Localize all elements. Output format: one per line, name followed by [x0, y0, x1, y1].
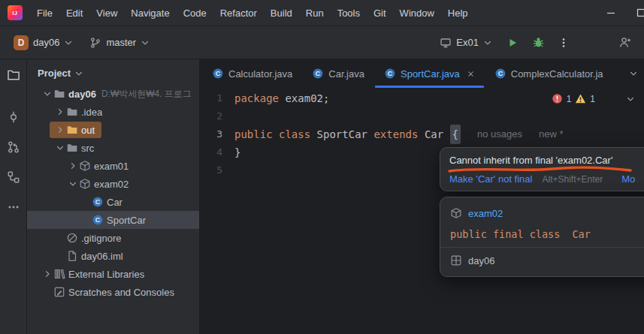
tree-item-content: Scratches and Consoles: [41, 284, 174, 300]
gutter-line-number[interactable]: 2: [200, 107, 234, 125]
tab-car-java[interactable]: CCar.java: [302, 59, 374, 88]
project-panel-header[interactable]: Project: [27, 59, 199, 85]
chevron-down-icon[interactable]: [626, 95, 635, 104]
tree-item-label: .idea: [81, 107, 102, 118]
tree-item-content: .gitignore: [53, 230, 121, 246]
tree-item-idea[interactable]: .idea: [27, 103, 199, 121]
tree-item-label: out: [81, 125, 95, 136]
declaration-keywords: public final class: [450, 228, 566, 240]
tree-item-car[interactable]: CCar: [27, 193, 199, 211]
svg-text:C: C: [388, 70, 393, 77]
declaration-package-row[interactable]: exam02: [440, 203, 644, 224]
tab-label: ComplexCalculator.ja: [511, 68, 603, 80]
menu-refactor[interactable]: Refactor: [213, 5, 264, 22]
minimize-button[interactable]: [605, 7, 617, 19]
menu-navigate[interactable]: Navigate: [124, 5, 176, 22]
pull-requests-icon[interactable]: [5, 139, 22, 155]
tree-item-path-hint: D:₩박세현₩4. 프로그: [101, 88, 192, 101]
menu-code[interactable]: Code: [177, 5, 213, 22]
chevron-down-icon[interactable]: [41, 89, 53, 98]
tree-item-content: day06.iml: [53, 248, 123, 264]
tree-item-src[interactable]: src: [27, 139, 199, 157]
tree-item-label: Scratches and Consoles: [68, 287, 174, 298]
tab-complexcalculator-ja[interactable]: CComplexCalculator.ja: [485, 59, 613, 88]
tree-item-gitignore[interactable]: .gitignore: [27, 229, 199, 247]
more-icon[interactable]: [5, 199, 22, 215]
tree-item-day06-iml[interactable]: day06.iml: [27, 247, 199, 265]
run-button[interactable]: [503, 33, 522, 53]
chevron-right-icon[interactable]: [53, 107, 66, 116]
chevron-down-icon[interactable]: [66, 179, 79, 188]
declaration-module-row[interactable]: day06: [440, 250, 644, 271]
tree-item-label: day06.iml: [81, 251, 123, 262]
divider: [440, 247, 644, 248]
tree-item-out[interactable]: out: [27, 121, 199, 139]
tree-item-content: .idea: [53, 104, 102, 120]
tree-item-content: src: [53, 140, 94, 156]
tree-item-content: exam02: [66, 176, 128, 192]
code-token: }: [234, 143, 240, 161]
chevron-right-icon[interactable]: [41, 269, 53, 278]
menu-help[interactable]: Help: [441, 5, 475, 22]
menu-window[interactable]: Window: [393, 5, 441, 22]
ignored-icon: [66, 232, 79, 244]
libraries-icon: [53, 268, 66, 280]
tab-label: SportCar.java: [401, 68, 460, 80]
tree-item-label: SportCar: [107, 215, 146, 226]
tree-item-exam02[interactable]: exam02: [27, 175, 199, 193]
gutter-line-number[interactable]: 3: [200, 125, 234, 143]
code-token: {: [450, 125, 461, 144]
branch-widget[interactable]: master: [85, 34, 154, 52]
chevron-down-icon[interactable]: [74, 69, 83, 78]
project-folder-icon[interactable]: [5, 67, 22, 83]
tree-item-sportcar[interactable]: CSportCar: [27, 211, 199, 229]
menu-view[interactable]: View: [89, 5, 124, 22]
tree-item-label: exam01: [94, 161, 128, 172]
commit-icon[interactable]: [5, 109, 22, 125]
tree-item-exam01[interactable]: exam01: [27, 157, 199, 175]
error-message: Cannot inherit from final 'exam02.Car': [449, 155, 644, 166]
menu-run[interactable]: Run: [299, 5, 331, 22]
tab-list-chevron-icon[interactable]: [629, 69, 638, 78]
tree-item-external-libraries[interactable]: External Libraries: [27, 265, 199, 283]
inspections-widget[interactable]: 1 1: [552, 93, 635, 104]
chevron-down-icon[interactable]: [53, 143, 66, 152]
tree-item-day06[interactable]: day06D:₩박세현₩4. 프로그: [27, 85, 199, 103]
more-actions-button[interactable]: [554, 33, 573, 53]
declaration-signature-row[interactable]: public final class Car: [440, 224, 644, 245]
menu-tools[interactable]: Tools: [331, 5, 367, 22]
structure-icon[interactable]: [5, 169, 22, 185]
debug-button[interactable]: [528, 33, 548, 53]
package-name: exam02: [468, 208, 503, 219]
more-actions-link[interactable]: Mo: [621, 173, 635, 185]
chevron-right-icon[interactable]: [66, 161, 79, 170]
chevron-right-icon[interactable]: [53, 125, 66, 134]
close-icon[interactable]: [467, 70, 475, 78]
gutter-line-number[interactable]: 4: [200, 143, 234, 161]
tree-item-scratches-and-consoles[interactable]: Scratches and Consoles: [27, 283, 199, 301]
gutter-line-number[interactable]: 1: [200, 89, 234, 107]
class-icon: C: [312, 68, 324, 80]
tab-calculator-java[interactable]: CCalculator.java: [202, 59, 302, 88]
run-config-widget[interactable]: Ex01: [435, 34, 497, 52]
quickfix-link[interactable]: Make 'Car' not final: [449, 173, 532, 185]
tab-sportcar-java[interactable]: CSportCar.java: [374, 59, 485, 88]
declaration-class-name: Car: [572, 228, 590, 240]
menu-build[interactable]: Build: [264, 5, 299, 22]
code-with-me-button[interactable]: [615, 33, 635, 53]
tree-item-label: src: [81, 143, 94, 154]
editor-area[interactable]: CCalculator.javaCCar.javaCSportCar.javaC…: [200, 59, 644, 334]
project-panel-title: Project: [38, 68, 71, 79]
svg-text:C: C: [316, 70, 321, 77]
tree-item-content: External Libraries: [41, 266, 144, 282]
intellij-logo: IJ: [8, 5, 23, 20]
class-icon: C: [212, 68, 224, 80]
maximize-button[interactable]: [635, 7, 644, 19]
tree-item-content: exam01: [66, 158, 128, 174]
menu-file[interactable]: File: [30, 5, 59, 22]
menu-git[interactable]: Git: [367, 5, 393, 22]
project-widget[interactable]: D day06: [9, 32, 77, 53]
gutter-line-number[interactable]: 5: [200, 161, 234, 179]
menu-edit[interactable]: Edit: [59, 5, 89, 22]
svg-text:C: C: [95, 198, 101, 206]
